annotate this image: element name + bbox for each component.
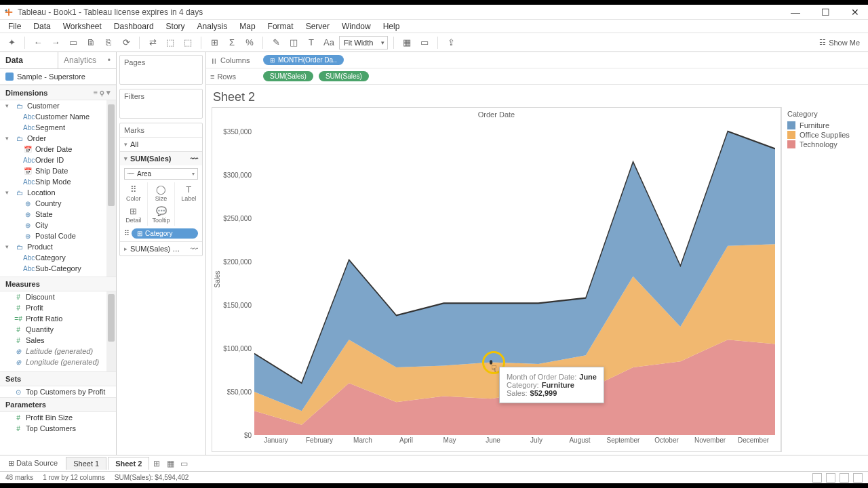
mea-discount[interactable]: #Discount (0, 291, 116, 302)
dim-location[interactable]: ▾🗀Location (0, 187, 116, 198)
dim-country[interactable]: ⊕Country (0, 198, 116, 209)
marks-tooltip[interactable]: 💬Tooltip (148, 204, 176, 226)
percent-button[interactable]: % (242, 35, 257, 50)
measures-scrollbar[interactable] (106, 291, 116, 371)
menu-map[interactable]: Map (234, 20, 260, 33)
dim-ship-date[interactable]: 📅Ship Date (0, 165, 116, 176)
dim-product[interactable]: ▾🗀Product (0, 241, 116, 252)
dim-postal[interactable]: ⊕Postal Code (0, 230, 116, 241)
menu-format[interactable]: Format (262, 20, 299, 33)
dim-city[interactable]: ⊕City (0, 220, 116, 230)
rows-pill-sum2[interactable]: SUM(Sales) (319, 71, 369, 81)
group-button[interactable]: ⊞ (207, 35, 222, 50)
totals-button[interactable]: Σ (224, 35, 239, 50)
tab-datasource[interactable]: ⊞ Data Source (3, 457, 64, 470)
tab-sheet2[interactable]: Sheet 2 (108, 457, 149, 470)
marks-label[interactable]: TLabel (175, 182, 202, 204)
dim-subcategory[interactable]: AbcSub-Category (0, 263, 116, 274)
minimize-button[interactable]: — (787, 6, 804, 18)
color-category-pill[interactable]: ⊞Category (132, 228, 198, 239)
rows-shelf[interactable]: ≡Rows SUM(Sales) SUM(Sales) (206, 68, 868, 85)
mea-profit-ratio[interactable]: =#Profit Ratio (0, 313, 116, 324)
marks-all[interactable]: ▾All (120, 137, 202, 151)
mea-lat[interactable]: ⊕Latitude (generated) (0, 346, 116, 357)
analytics-tab[interactable]: Analytics• (58, 52, 116, 68)
menu-data[interactable]: Data (28, 20, 56, 33)
marks-size[interactable]: ◯Size (148, 182, 176, 204)
tab-sheet1[interactable]: Sheet 1 (66, 457, 106, 470)
back-button[interactable]: ← (31, 35, 45, 50)
dim-state[interactable]: ⊕State (0, 209, 116, 220)
mea-sales[interactable]: #Sales (0, 335, 116, 346)
close-button[interactable]: ✕ (846, 6, 864, 18)
mea-profit[interactable]: #Profit (0, 302, 116, 313)
mea-lon[interactable]: ⊕Longitude (generated) (0, 357, 116, 367)
menu-help[interactable]: Help (378, 20, 406, 33)
maximize-button[interactable]: ☐ (816, 6, 834, 18)
new-story-button[interactable]: ▭ (178, 458, 190, 470)
forward-button[interactable]: → (48, 35, 63, 50)
param-top[interactable]: #Top Customers (0, 423, 116, 434)
status-icon-3[interactable] (840, 473, 849, 483)
status-icon-2[interactable] (826, 473, 835, 483)
chart-plot[interactable]: ☟ Month of Order Date:June Category:Furn… (254, 123, 775, 435)
legend-item[interactable]: Furniture (787, 121, 857, 130)
pages-card[interactable]: Pages (119, 55, 203, 85)
columns-shelf[interactable]: ⫼Columns ⊞MONTH(Order Da.. (206, 52, 868, 68)
format-button[interactable]: Aa (321, 35, 336, 50)
menu-worksheet[interactable]: Worksheet (58, 20, 107, 33)
sheet-title[interactable]: Sheet 2 (206, 85, 868, 107)
mark-type-select[interactable]: 〰Area (124, 168, 198, 180)
dim-order-id[interactable]: AbcOrder ID (0, 155, 116, 165)
marks-detail[interactable]: ⊞Detail (120, 204, 148, 226)
chart-view[interactable]: Order Date Sales $0$50,000$100,000$150,0… (212, 107, 781, 452)
show-me-button[interactable]: ☷ Show Me (819, 38, 864, 47)
dim-segment[interactable]: AbcSegment (0, 122, 116, 133)
menu-dashboard[interactable]: Dashboard (108, 20, 159, 33)
filters-card[interactable]: Filters (119, 89, 203, 119)
status-icon-4[interactable] (853, 473, 863, 483)
clear-button[interactable]: ◫ (286, 35, 301, 50)
mea-quantity[interactable]: #Quantity (0, 324, 116, 335)
dimensions-scrollbar[interactable] (106, 100, 116, 277)
param-bin[interactable]: #Profit Bin Size (0, 412, 116, 423)
dim-category[interactable]: AbcCategory (0, 252, 116, 263)
status-icon-1[interactable] (812, 473, 822, 483)
menu-analysis[interactable]: Analysis (192, 20, 233, 33)
dim-ship-mode[interactable]: AbcShip Mode (0, 176, 116, 187)
menu-story[interactable]: Story (161, 20, 191, 33)
menu-file[interactable]: File (3, 20, 26, 33)
highlight-button[interactable]: ✎ (269, 35, 283, 50)
fit-select[interactable]: Fit Width (339, 36, 388, 49)
sort-desc-button[interactable]: ⬚ (180, 35, 195, 50)
set-topcust[interactable]: ⊙Top Customers by Profit (0, 386, 116, 397)
data-tab[interactable]: Data (0, 52, 58, 68)
dim-customer[interactable]: ▾🗀Customer (0, 100, 116, 111)
menu-server[interactable]: Server (300, 20, 335, 33)
show-cards-button[interactable]: ▦ (399, 35, 414, 50)
new-worksheet-button[interactable]: ⎘ (101, 35, 116, 50)
datasource-item[interactable]: Sample - Superstore (0, 69, 116, 85)
marks-sum2[interactable]: ▸SUM(Sales) …〰 (120, 241, 202, 256)
new-dashboard-button[interactable]: ▦ (164, 458, 176, 470)
new-sheet-button[interactable]: ⊞ (151, 458, 163, 470)
label-button[interactable]: T (304, 35, 319, 50)
columns-pill-month[interactable]: ⊞MONTH(Order Da.. (263, 55, 344, 65)
presentation-button[interactable]: ▭ (417, 35, 432, 50)
sort-asc-button[interactable]: ⬚ (163, 35, 178, 50)
dim-customer-name[interactable]: AbcCustomer Name (0, 111, 116, 122)
marks-sum1[interactable]: ▾SUM(Sales)〰 (120, 151, 202, 165)
share-button[interactable]: ⇪ (443, 35, 458, 50)
dim-order[interactable]: ▾🗀Order (0, 133, 116, 144)
marks-color[interactable]: ⠿Color (120, 182, 148, 204)
swap-button[interactable]: ⇄ (145, 35, 160, 50)
legend-item[interactable]: Technology (787, 140, 857, 149)
legend-item[interactable]: Office Supplies (787, 130, 857, 140)
rows-pill-sum1[interactable]: SUM(Sales) (263, 71, 313, 81)
save-button[interactable]: ▭ (66, 35, 81, 50)
refresh-button[interactable]: ⟳ (119, 35, 134, 50)
menu-window[interactable]: Window (336, 20, 376, 33)
dim-order-date[interactable]: 📅Order Date (0, 144, 116, 155)
tableau-icon[interactable]: ✦ (4, 35, 19, 50)
new-datasource-button[interactable]: 🗎 (83, 35, 98, 50)
